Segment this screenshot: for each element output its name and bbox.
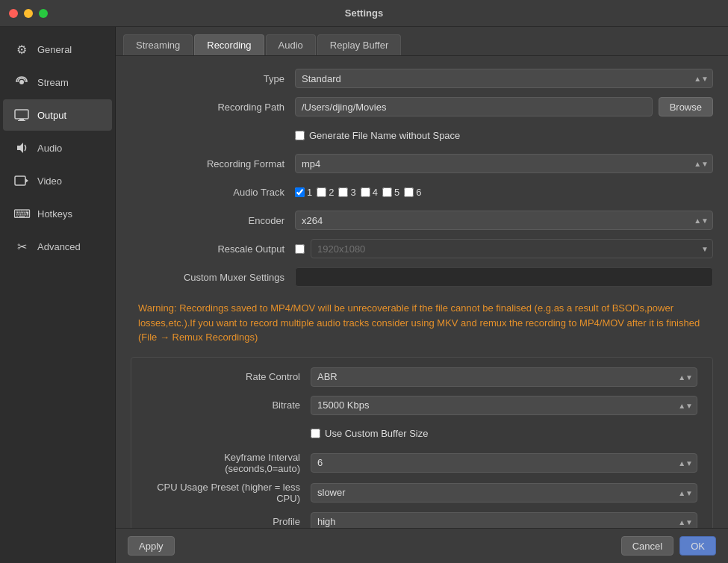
- track-item-2: 2: [317, 187, 334, 198]
- browse-button[interactable]: Browse: [659, 97, 713, 116]
- encoder-label: Encoder: [131, 215, 295, 226]
- track-item-6: 6: [404, 187, 421, 198]
- type-select[interactable]: Standard: [295, 69, 713, 88]
- window-controls: [9, 9, 48, 18]
- rescale-output-select-wrapper: 1920x1080 ▼: [311, 239, 713, 258]
- tab-streaming[interactable]: Streaming: [123, 34, 193, 55]
- rate-control-row: Rate Control ABR ▲▼: [146, 367, 697, 388]
- track-label-5: 5: [394, 187, 399, 198]
- recording-path-row: Recording Path Browse: [131, 96, 713, 117]
- custom-muxer-row: Custom Muxer Settings: [131, 267, 713, 287]
- rescale-output-select[interactable]: 1920x1080: [311, 239, 713, 258]
- minimize-button[interactable]: [24, 9, 33, 18]
- generate-filename-checkbox[interactable]: [295, 131, 305, 140]
- track-label-4: 4: [373, 187, 378, 198]
- audio-tracks: 1 2 3 4: [295, 187, 421, 198]
- track-item-5: 5: [382, 187, 399, 198]
- profile-select[interactable]: high: [311, 512, 697, 529]
- track-checkbox-1[interactable]: [295, 187, 305, 197]
- generate-filename-text: Generate File Name without Space: [309, 130, 460, 141]
- rescale-output-control: 1920x1080 ▼: [295, 239, 713, 258]
- bitrate-select-wrapper: 15000 Kbps ▲▼: [311, 396, 697, 415]
- titlebar: Settings: [0, 0, 728, 27]
- type-label: Type: [131, 73, 295, 84]
- recording-path-label: Recording Path: [131, 102, 295, 113]
- sidebar: ⚙ General Stream Output: [0, 27, 116, 563]
- rate-control-label: Rate Control: [146, 371, 311, 382]
- sidebar-label-audio: Audio: [37, 143, 62, 154]
- sidebar-item-audio[interactable]: Audio: [3, 132, 112, 164]
- generate-filename-checkbox-wrap: Generate File Name without Space: [295, 130, 460, 141]
- svg-rect-1: [15, 110, 28, 119]
- custom-buffer-wrap: Use Custom Buffer Size: [311, 428, 428, 439]
- recording-format-select[interactable]: mp4: [295, 154, 713, 173]
- svg-marker-4: [17, 143, 23, 153]
- sidebar-item-general[interactable]: ⚙ General: [3, 34, 112, 65]
- advanced-icon: ✂: [13, 238, 30, 255]
- sidebar-label-output: Output: [37, 110, 66, 121]
- cpu-usage-label: CPU Usage Preset (higher = less CPU): [146, 482, 311, 504]
- svg-rect-3: [18, 120, 25, 121]
- custom-buffer-checkbox[interactable]: [311, 429, 320, 438]
- recording-path-input[interactable]: [295, 97, 653, 116]
- custom-muxer-control: [295, 267, 713, 287]
- bitrate-select[interactable]: 15000 Kbps: [311, 396, 697, 415]
- custom-buffer-row: Use Custom Buffer Size: [146, 423, 697, 444]
- tab-replay-buffer[interactable]: Replay Buffer: [317, 34, 402, 55]
- tab-audio[interactable]: Audio: [266, 34, 316, 55]
- close-button[interactable]: [9, 9, 18, 18]
- bottom-right-buttons: Cancel OK: [621, 536, 716, 556]
- rate-control-select-wrapper: ABR ▲▼: [311, 367, 697, 387]
- svg-rect-5: [15, 176, 25, 185]
- content-area: Streaming Recording Audio Replay Buffer …: [116, 27, 728, 563]
- custom-muxer-input[interactable]: [295, 267, 713, 287]
- track-checkbox-4[interactable]: [361, 187, 370, 197]
- encoder-select[interactable]: x264: [295, 211, 713, 230]
- apply-button[interactable]: Apply: [128, 536, 175, 556]
- keyframe-row: Keyframe Interval (seconds,0=auto) 6 ▲▼: [146, 452, 697, 474]
- audio-track-label: Audio Track: [131, 187, 295, 198]
- sidebar-label-stream: Stream: [37, 77, 69, 88]
- sidebar-item-stream[interactable]: Stream: [3, 66, 112, 98]
- cpu-usage-select[interactable]: slower: [311, 483, 697, 503]
- rate-control-control: ABR ▲▼: [311, 367, 697, 387]
- type-control: Standard ▲▼: [295, 69, 713, 88]
- recording-format-row: Recording Format mp4 ▲▼: [131, 153, 713, 174]
- sidebar-item-hotkeys[interactable]: ⌨ Hotkeys: [3, 198, 112, 229]
- track-checkbox-3[interactable]: [338, 187, 348, 197]
- stream-icon: [13, 74, 30, 90]
- encoder-row: Encoder x264 ▲▼: [131, 210, 713, 231]
- bitrate-row: Bitrate 15000 Kbps ▲▼: [146, 395, 697, 416]
- sidebar-item-advanced[interactable]: ✂ Advanced: [3, 231, 112, 262]
- audio-track-control: 1 2 3 4: [295, 187, 713, 198]
- cpu-usage-select-wrapper: slower ▲▼: [311, 483, 697, 503]
- recording-format-select-wrapper: mp4 ▲▼: [295, 154, 713, 173]
- custom-buffer-control: Use Custom Buffer Size: [311, 428, 697, 439]
- keyframe-select[interactable]: 6: [311, 453, 697, 473]
- svg-rect-2: [19, 119, 24, 120]
- rescale-output-checkbox[interactable]: [295, 244, 305, 254]
- track-checkbox-6[interactable]: [404, 187, 414, 197]
- track-checkbox-2[interactable]: [317, 187, 326, 197]
- cancel-button[interactable]: Cancel: [621, 536, 673, 556]
- maximize-button[interactable]: [39, 9, 48, 18]
- track-checkbox-5[interactable]: [382, 187, 392, 197]
- sidebar-label-general: General: [37, 44, 72, 55]
- generate-filename-row: Generate File Name without Space: [131, 125, 713, 146]
- encoder-control: x264 ▲▼: [295, 211, 713, 230]
- ok-button[interactable]: OK: [679, 536, 716, 556]
- generate-filename-control: Generate File Name without Space: [295, 130, 713, 141]
- sidebar-item-video[interactable]: Video: [3, 165, 112, 196]
- track-label-6: 6: [416, 187, 421, 198]
- cpu-usage-control: slower ▲▼: [311, 483, 697, 503]
- rate-control-select[interactable]: ABR: [311, 367, 697, 387]
- track-label-1: 1: [307, 187, 312, 198]
- profile-row: Profile high ▲▼: [146, 511, 697, 529]
- tab-recording[interactable]: Recording: [194, 34, 264, 55]
- gear-icon: ⚙: [13, 41, 30, 57]
- recording-format-label: Recording Format: [131, 158, 295, 169]
- sidebar-item-output[interactable]: Output: [3, 99, 112, 131]
- cpu-usage-row: CPU Usage Preset (higher = less CPU) slo…: [146, 482, 697, 504]
- tab-bar: Streaming Recording Audio Replay Buffer: [116, 27, 728, 56]
- bitrate-label: Bitrate: [146, 399, 311, 411]
